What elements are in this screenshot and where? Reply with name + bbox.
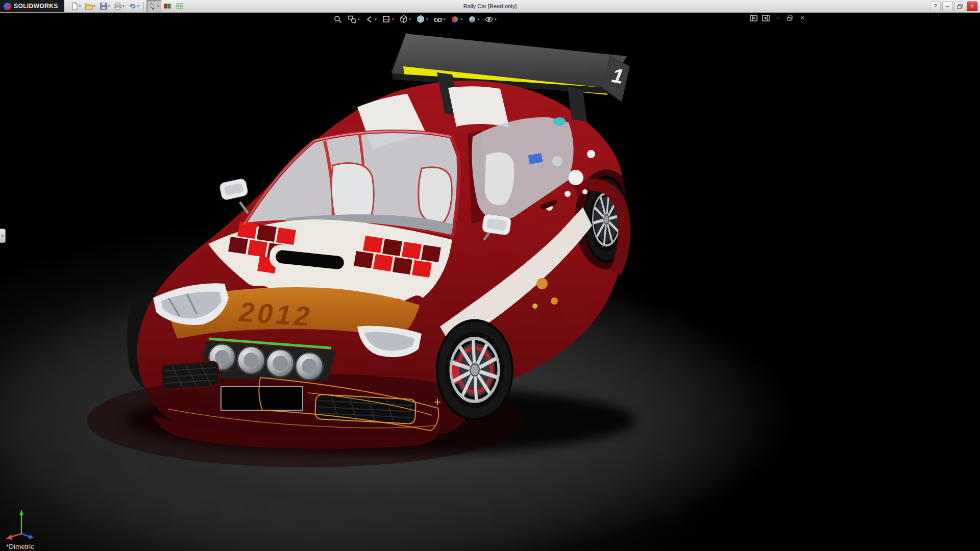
view-orientation-button[interactable]: ▾ [398, 14, 413, 25]
chevron-down-icon[interactable]: ▾ [460, 17, 462, 21]
racing-seat [419, 167, 452, 223]
open-document-button[interactable]: ▾ [83, 0, 97, 12]
chevron-down-icon[interactable]: ▾ [93, 4, 95, 8]
doc-close-button[interactable]: × [798, 14, 806, 22]
select-tool-button[interactable]: ▾ [146, 0, 161, 12]
zoom-to-area-icon [348, 15, 357, 24]
zoom-to-area-button[interactable]: ▾ [346, 14, 361, 25]
restore-button[interactable] [954, 2, 965, 11]
appearance-sphere-icon [450, 15, 459, 24]
x-axis-arrow [6, 534, 12, 540]
pane-left-button[interactable] [749, 14, 757, 22]
save-icon [100, 2, 108, 10]
chevron-down-icon[interactable]: ▾ [157, 4, 159, 8]
save-button[interactable]: ▾ [97, 0, 112, 12]
z-axis-arrow [29, 534, 34, 539]
display-style-button[interactable]: ▾ [414, 14, 430, 25]
rally-car-model[interactable]: 1 [0, 12, 980, 551]
view-orientation-label: *Dimetric [6, 543, 34, 550]
doc-minimize-button[interactable]: − [774, 14, 782, 22]
graphics-area[interactable]: 1 [0, 12, 980, 551]
restore-icon [957, 4, 963, 9]
open-folder-icon [85, 2, 93, 10]
dassault-logo-icon [4, 3, 11, 10]
chevron-down-icon[interactable]: ▾ [478, 17, 480, 21]
undo-icon [129, 2, 137, 10]
titlebar: SOLIDWORKS ▾ ▾ ▾ ▾ ▾ [0, 0, 980, 13]
document-window-controls: − × [749, 14, 806, 22]
toolbar-separator [143, 2, 144, 11]
chevron-down-icon[interactable]: ▾ [444, 17, 446, 21]
help-button[interactable]: ? [930, 2, 941, 11]
zoom-to-fit-icon [333, 15, 342, 24]
display-style-icon [416, 15, 425, 24]
design-table-button[interactable] [174, 0, 186, 12]
chevron-down-icon[interactable]: ▾ [409, 17, 411, 21]
number-plate-blank [221, 387, 303, 410]
edit-appearance-button[interactable]: ▾ [449, 14, 464, 25]
cabin-detail [553, 117, 566, 126]
chevron-down-icon[interactable]: ▾ [375, 17, 377, 21]
chevron-down-icon[interactable]: ▾ [358, 17, 360, 21]
chevron-down-icon[interactable]: ▾ [108, 4, 110, 8]
y-axis-arrow [19, 509, 23, 515]
previous-view-button[interactable]: ▾ [363, 14, 379, 25]
chevron-down-icon[interactable]: ▾ [122, 4, 125, 8]
new-document-icon [70, 2, 79, 10]
chevron-down-icon[interactable]: ▾ [137, 4, 139, 8]
hide-show-items-button[interactable]: ▾ [432, 14, 447, 25]
doc-restore-icon [787, 15, 793, 21]
headsup-view-toolbar: ▾ ▾ ▾ ▾ ▾ ▾ ▾ [332, 14, 498, 25]
brand-text: SOLIDWORKS [14, 3, 58, 10]
scene-sphere-icon [468, 15, 477, 24]
minimize-button[interactable]: − [942, 2, 953, 11]
select-cursor-icon [149, 2, 157, 10]
section-view-button[interactable]: ▾ [380, 14, 396, 25]
standard-toolbar: ▾ ▾ ▾ ▾ ▾ ▾ [68, 0, 186, 12]
apply-scene-button[interactable]: ▾ [466, 14, 481, 25]
print-icon [114, 2, 122, 10]
zoom-to-fit-button[interactable] [332, 14, 344, 25]
previous-view-icon [365, 15, 374, 24]
pane-left-icon [750, 15, 757, 21]
solidworks-logo: SOLIDWORKS [0, 0, 64, 12]
chevron-down-icon[interactable]: ▾ [495, 17, 497, 21]
feature-manager-collapse-tab[interactable]: « [0, 229, 6, 243]
hood-year-decal: 2012 [237, 296, 313, 332]
chevron-down-icon[interactable]: ▾ [392, 17, 394, 21]
pane-right-button[interactable] [762, 14, 770, 22]
window-controls: ? − × [930, 2, 980, 11]
solidworks-window: SOLIDWORKS ▾ ▾ ▾ ▾ ▾ [0, 0, 980, 551]
pane-right-icon [762, 15, 770, 21]
new-document-button[interactable]: ▾ [68, 0, 83, 12]
color-toggle-icon [163, 2, 172, 10]
print-button[interactable]: ▾ [112, 0, 127, 12]
section-view-icon [382, 15, 391, 24]
glasses-icon [433, 15, 443, 24]
windshield [244, 132, 459, 235]
color-display-mode-button[interactable] [161, 0, 174, 12]
chevron-down-icon[interactable]: ▾ [79, 4, 81, 8]
design-table-icon [176, 2, 184, 10]
doc-restore-button[interactable] [786, 14, 794, 22]
undo-button[interactable]: ▾ [127, 0, 141, 12]
orientation-triad [4, 505, 41, 542]
left-mirror [219, 178, 249, 213]
view-settings-eye-icon [484, 15, 494, 24]
close-button[interactable]: × [967, 2, 977, 11]
chevron-down-icon[interactable]: ▾ [426, 17, 428, 21]
view-settings-button[interactable]: ▾ [483, 14, 498, 25]
view-orientation-cube-icon [399, 15, 408, 24]
bumper-vent-left [161, 361, 219, 390]
roof-stripe [448, 86, 509, 128]
